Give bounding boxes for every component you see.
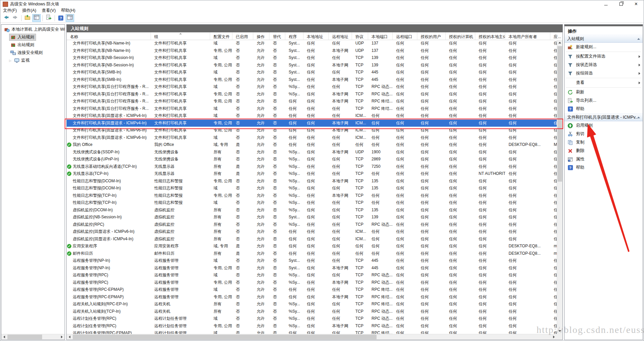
- table-row[interactable]: 虚拟机监控(NB-Session-In)虚拟机监控所有否允许否Syst...任何…: [67, 214, 557, 221]
- close-button[interactable]: ×: [629, 0, 644, 8]
- menu-file[interactable]: 文件(F): [0, 8, 20, 13]
- tree-horizontal-scrollbar[interactable]: [1, 334, 65, 340]
- column-header-7[interactable]: 本地地址: [303, 32, 329, 40]
- vertical-scrollbar[interactable]: [557, 40, 562, 334]
- table-row[interactable]: 远程关机入站规则(RPC-EP-In)远程关机所有否允许否%Sy...任何任何T…: [67, 301, 557, 308]
- table-row[interactable]: 文件和打印机共享(SMB-In)文件和打印机共享域否允许否Syst...任何任何…: [67, 69, 557, 76]
- action-item-export-list[interactable]: 导出列表...: [565, 96, 643, 105]
- table-row[interactable]: 文件和打印机共享(回显请求 - ICMPv6-In)文件和打印机共享专用, 公用…: [67, 127, 557, 134]
- scroll-thumb[interactable]: [73, 335, 377, 339]
- table-row[interactable]: 文件和打印机共享(后台打印程序服务 - R...文件和打印机共享专用, 公用否允…: [67, 98, 557, 105]
- table-row[interactable]: 远程服务管理(RPC-EPMAP)远程服务管理专用, 公用否允许否任何任何本地子…: [67, 293, 557, 301]
- action-item-filter[interactable]: 按状态筛选: [565, 61, 643, 69]
- show-console-tree-button[interactable]: [32, 14, 41, 22]
- scroll-left-icon[interactable]: [67, 334, 72, 340]
- action-item-delete[interactable]: 删除: [565, 147, 643, 155]
- scroll-thumb[interactable]: [557, 46, 562, 182]
- table-row[interactable]: 远程服务管理(RPC)远程服务管理专用, 公用否允许否%Sy...任何本地子网T…: [67, 279, 557, 286]
- actions-section-header[interactable]: 文件和打印机共享(回显请求 - ICMPv...: [565, 113, 643, 121]
- maximize-button[interactable]: [613, 0, 629, 8]
- column-header-1[interactable]: 组: [151, 32, 210, 40]
- scroll-thumb[interactable]: [7, 335, 42, 339]
- column-header-5[interactable]: 替代: [269, 32, 285, 40]
- sidebar-item-connection-security[interactable]: 连接安全规则: [1, 49, 65, 57]
- table-row[interactable]: 远程计划任务管理(RPC)远程计划任务管理域否允许否%Sy...任何任何TCPR…: [67, 315, 557, 322]
- table-row[interactable]: 文件和打印机共享(后台打印程序服务 - R...文件和打印机共享域否允许否%Sy…: [67, 83, 557, 91]
- action-item-filter[interactable]: 按组筛选: [565, 69, 643, 78]
- column-header-3[interactable]: 已启用: [232, 32, 253, 40]
- table-row[interactable]: ✓无线显示基础结构反向通道(TCP-In)无线显示器所有是允许否%Sy...任何…: [67, 163, 557, 170]
- menu-view[interactable]: 查看(V): [39, 8, 59, 13]
- table-row[interactable]: 文件和打印机共享(回显请求 - ICMPv6-In)文件和打印机共享域否允许否任…: [67, 134, 557, 142]
- export-list-button[interactable]: [44, 14, 53, 22]
- table-row[interactable]: 无线便携式设备(SSDP-In)无线便携设备所有否允许否%Sy...任何本地子网…: [67, 149, 557, 156]
- column-header-9[interactable]: 协议: [352, 32, 368, 40]
- table-row[interactable]: 无线便携式设备(UPnP-In)无线便携设备所有否允许否%Sy...任何任何TC…: [67, 156, 557, 163]
- help-button[interactable]: ?: [57, 14, 65, 22]
- action-item-new-rule[interactable]: 新建规则...: [565, 43, 643, 51]
- column-header-16[interactable]: 应...: [550, 32, 562, 40]
- table-row[interactable]: 文件和打印机共享(NB-Name-In)文件和打印机共享域否允许否Syst...…: [67, 40, 557, 47]
- table-row[interactable]: 性能日志和警报(TCP-In)性能日志和警报专用, 公用否允许否%Sy...任何…: [67, 192, 557, 199]
- menu-action[interactable]: 操作(A): [20, 8, 39, 13]
- table-row[interactable]: 文件和打印机共享(回显请求 - ICMPv4-In)文件和打印机共享域否允许否任…: [67, 112, 557, 120]
- action-item-enable-rule[interactable]: 启用规则: [565, 121, 643, 130]
- table-row[interactable]: 远程服务管理(NP-In)远程服务管理域否允许否Syst...任何任何TCP44…: [67, 257, 557, 265]
- column-header-0[interactable]: 名称: [67, 32, 151, 40]
- table-row[interactable]: 远程服务管理(NP-In)远程服务管理专用, 公用否允许否Syst...任何本地…: [67, 265, 557, 272]
- action-item-help[interactable]: ?帮助: [565, 105, 643, 113]
- scroll-down-icon[interactable]: [557, 328, 562, 334]
- table-row[interactable]: ✓我的 Office我的 Office域, 专用是允许否任何任何任何任何任何任何…: [67, 141, 557, 149]
- action-item-refresh[interactable]: 刷新: [565, 88, 643, 96]
- table-row[interactable]: ✓应用安装程序应用安装程序域, 专用是允许否任何任何任何任何任何任何任何任何任何…: [67, 243, 557, 250]
- column-header-6[interactable]: 程序: [285, 32, 303, 40]
- scroll-up-icon[interactable]: [557, 40, 562, 45]
- table-row[interactable]: 性能日志和警报(DCOM-In)性能日志和警报专用, 公用否允许否%Sy...任…: [67, 178, 557, 185]
- action-item-filter[interactable]: 按配置文件筛选: [565, 52, 643, 61]
- table-row[interactable]: 性能日志和警报(DCOM-In)性能日志和警报域否允许否%Sy...任何任何TC…: [67, 185, 557, 192]
- back-arrow-button[interactable]: [2, 14, 10, 22]
- column-header-4[interactable]: 操作: [253, 32, 269, 40]
- scroll-right-icon[interactable]: [59, 334, 65, 340]
- table-row[interactable]: 文件和打印机共享(后台打印程序服务 - R...文件和打印机共享专用, 公用否允…: [67, 91, 557, 98]
- table-row[interactable]: 文件和打印机共享(回显请求 - ICMPv4-In)文件和打印机共享专用, 公用…: [67, 120, 557, 127]
- table-row[interactable]: 远程计划任务管理(RPC-EPMAP)远程计划任务管理域否允许否任何任何任何TC…: [67, 330, 557, 334]
- table-row[interactable]: 性能日志和警报(TCP-In)性能日志和警报域否允许否%Sy...任何任何TCP…: [67, 199, 557, 207]
- table-row[interactable]: ✓无线显示器(TCP-In)无线显示器所有是允许否%Sy...任何任何TCP任何…: [67, 170, 557, 178]
- column-header-2[interactable]: 配置文件: [210, 32, 232, 40]
- table-row[interactable]: 文件和打印机共享(SMB-In)文件和打印机共享专用, 公用否允许否Syst..…: [67, 76, 557, 84]
- table-row[interactable]: 远程关机入站规则(TCP-In)远程关机所有否允许否%Sy...任何任何TCPR…: [67, 308, 557, 315]
- expander-icon[interactable]: ▷: [9, 59, 12, 62]
- column-header-11[interactable]: 远程端口: [393, 32, 417, 40]
- table-row[interactable]: 虚拟机监控(回显请求 - ICMPv6-In)虚拟机监控所有否允许否任何任何任何…: [67, 228, 557, 236]
- table-row[interactable]: 虚拟机监控(RPC)虚拟机监控所有否允许否%Sy...任何任何TCPRPC 动态…: [67, 221, 557, 228]
- action-item-copy[interactable]: 复制: [565, 138, 643, 147]
- column-header-15[interactable]: 本地用户所有者: [505, 32, 550, 40]
- scroll-left-icon[interactable]: [1, 334, 7, 340]
- horizontal-scrollbar[interactable]: [67, 334, 557, 340]
- column-header-8[interactable]: 远程地址: [329, 32, 352, 40]
- table-row[interactable]: 虚拟机监控(回显请求- ICMPv4-In)虚拟机监控所有否允许否任何任何任何I…: [67, 236, 557, 243]
- column-header-10[interactable]: 本地端口: [368, 32, 393, 40]
- action-item-cut[interactable]: 剪切: [565, 130, 643, 138]
- actions-section-header[interactable]: 入站规则: [565, 35, 643, 43]
- menu-help[interactable]: 帮助(H): [58, 8, 78, 13]
- sidebar-item-inbound-rules[interactable]: 入站规则: [1, 33, 65, 41]
- sidebar-item-monitoring[interactable]: ▷监视: [1, 57, 65, 64]
- show-action-pane-button[interactable]: [66, 14, 74, 22]
- collapse-icon[interactable]: [637, 38, 640, 40]
- scroll-right-icon[interactable]: [551, 334, 557, 340]
- column-header-12[interactable]: 授权的用户: [417, 32, 446, 40]
- table-row[interactable]: 文件和打印机共享(NB-Session-In)文件和打印机共享专用, 公用否允许…: [67, 62, 557, 69]
- up-one-level-button[interactable]: [23, 14, 32, 22]
- action-item-help[interactable]: ?帮助: [565, 163, 643, 172]
- table-row[interactable]: 远程计划任务管理(RPC)远程计划任务管理专用, 公用否允许否%Sy...任何本…: [67, 322, 557, 330]
- table-row[interactable]: ✓邮件和日历邮件和日历所有是允许否任何任何任何任何任何任何任何任何任何DESKT…: [67, 250, 557, 257]
- table-row[interactable]: 文件和打印机共享(NB-Session-In)文件和打印机共享域否允许否Syst…: [67, 54, 557, 62]
- table-row[interactable]: 文件和打印机共享(后台打印程序服务 - R...文件和打印机共享域否允许否任何任…: [67, 105, 557, 113]
- column-header-13[interactable]: 授权的计算机: [446, 32, 475, 40]
- forward-arrow-button[interactable]: [11, 14, 20, 22]
- column-header-14[interactable]: 授权的本地主体: [475, 32, 505, 40]
- table-row[interactable]: 远程服务管理(RPC-EPMAP)远程服务管理域否允许否任何任何任何TCPRPC…: [67, 286, 557, 293]
- sidebar-item-outbound-rules[interactable]: 出站规则: [1, 41, 65, 49]
